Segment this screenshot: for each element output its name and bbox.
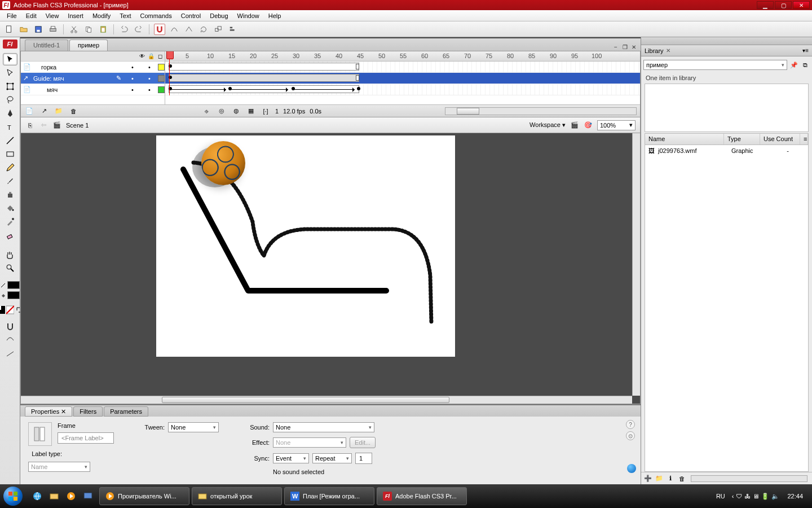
frame-label-input[interactable]: <Frame Label> (58, 432, 114, 444)
undo-icon[interactable] (118, 24, 130, 35)
help-icon[interactable]: ? (626, 420, 635, 429)
stage-vscroll[interactable] (632, 133, 640, 396)
library-panel-header[interactable]: Library✕ ▾≡ (641, 45, 812, 56)
track-ball[interactable] (165, 84, 640, 95)
accessibility-orb-icon[interactable] (627, 464, 636, 473)
pen-tool[interactable] (3, 107, 17, 120)
cut-icon[interactable] (68, 24, 80, 35)
fill-color-control[interactable] (1, 291, 20, 299)
stroke-color-control[interactable] (1, 281, 20, 289)
info-icon[interactable]: ⊙ (626, 431, 635, 440)
menu-insert[interactable]: Insert (63, 11, 88, 20)
ink-bottle-tool[interactable] (3, 189, 17, 201)
menu-control[interactable]: Control (176, 11, 205, 20)
free-transform-tool[interactable] (3, 80, 17, 93)
taskbar-item-wmp[interactable]: Проигрыватель Wi... (99, 487, 189, 505)
tween-select[interactable]: None (168, 422, 219, 432)
layer-row-gorka[interactable]: 📄 горка •• (21, 62, 165, 73)
new-symbol-icon[interactable]: ➕ (643, 474, 652, 483)
doc-close-icon[interactable]: ✕ (629, 43, 638, 51)
selection-tool[interactable] (3, 53, 17, 65)
label-type-select[interactable]: Name (28, 462, 90, 472)
menu-file[interactable]: File (2, 11, 21, 20)
new-folder-lib-icon[interactable]: 📁 (655, 474, 664, 483)
save-icon[interactable] (33, 24, 44, 35)
window-maximize-button[interactable]: ▢ (775, 1, 792, 9)
menu-text[interactable]: Text (115, 11, 135, 20)
lasso-tool[interactable] (3, 94, 17, 106)
taskbar-item-flash[interactable]: Fl Adobe Flash CS3 Pr... (377, 487, 467, 505)
tab-properties[interactable]: Properties ✕ (25, 406, 72, 417)
doc-tab-untitled[interactable]: Untitled-1 (25, 40, 68, 51)
pencil-tool[interactable] (3, 161, 17, 174)
snap-option-icon[interactable] (3, 321, 17, 333)
system-clock[interactable]: 22:44 (784, 493, 806, 500)
delete-lib-icon[interactable]: 🗑 (677, 474, 686, 483)
visibility-column-icon[interactable]: 👁 (138, 53, 147, 59)
tray-shield-icon[interactable]: 🛡 (736, 493, 742, 500)
library-item-row[interactable]: 🖼 j0299763.wmf Graphic - (645, 145, 808, 156)
language-indicator[interactable]: RU (714, 492, 727, 501)
onion-outline-icon[interactable]: ◍ (231, 107, 241, 116)
zoom-level-select[interactable]: 100%▾ (597, 120, 636, 130)
menu-window[interactable]: Window (233, 11, 264, 20)
layer-row-ball[interactable]: 📄 мяч •• (21, 84, 165, 95)
delete-layer-icon[interactable]: 🗑 (68, 107, 78, 116)
tray-network-icon[interactable]: 🖧 (744, 493, 751, 500)
new-library-panel-icon[interactable]: ⧉ (801, 60, 810, 69)
lib-hscroll[interactable] (691, 475, 807, 482)
layer-row-guide[interactable]: ↗ Guide: мяч ✎ •• (21, 73, 165, 84)
line-tool[interactable] (3, 134, 17, 147)
rotate-icon[interactable] (198, 24, 209, 35)
smooth-icon[interactable] (169, 24, 180, 35)
pin-library-icon[interactable]: 📌 (789, 60, 798, 69)
edit-multiple-icon[interactable]: ▦ (246, 107, 256, 116)
menu-debug[interactable]: Debug (205, 11, 232, 20)
snap-magnet-icon[interactable] (154, 24, 165, 35)
col-usecount[interactable]: Use Count (760, 134, 800, 144)
eraser-tool[interactable] (3, 229, 17, 242)
quicklaunch-wmp-icon[interactable] (63, 488, 79, 505)
timeline-ruler[interactable]: 1 5 10 15 20 25 30 35 40 45 50 55 60 65 (165, 51, 640, 62)
hand-tool[interactable] (3, 248, 17, 261)
track-guide[interactable] (165, 73, 640, 84)
modify-onion-icon[interactable]: [·] (261, 107, 271, 116)
eyedropper-tool[interactable] (3, 216, 17, 228)
col-name[interactable]: Name (645, 134, 724, 144)
print-icon[interactable] (47, 24, 59, 35)
zoom-tool[interactable] (3, 262, 17, 274)
start-button[interactable] (0, 484, 26, 508)
library-doc-select[interactable]: пример (643, 60, 787, 70)
paste-icon[interactable] (98, 24, 109, 35)
quicklaunch-desktop-icon[interactable] (80, 488, 96, 505)
scale-icon[interactable] (213, 24, 224, 35)
black-white-icon[interactable] (0, 306, 5, 314)
new-layer-icon[interactable]: 📄 (24, 107, 34, 116)
menu-view[interactable]: View (41, 11, 64, 20)
menu-commands[interactable]: Commands (135, 11, 176, 20)
repeat-select[interactable]: Repeat (312, 453, 352, 463)
new-folder-icon[interactable]: 📁 (54, 107, 64, 116)
tray-monitor-icon[interactable]: 🖥 (753, 493, 759, 500)
menu-edit[interactable]: Edit (21, 11, 41, 20)
doc-restore-icon[interactable]: ❐ (620, 43, 629, 51)
redo-icon[interactable] (133, 24, 144, 35)
tray-battery-icon[interactable]: 🔋 (761, 493, 769, 500)
stage-canvas[interactable] (156, 135, 455, 357)
smooth-option-icon[interactable] (3, 334, 17, 347)
straighten-option-icon[interactable] (3, 348, 17, 360)
ball-symbol[interactable] (201, 141, 245, 185)
menu-help[interactable]: Help (264, 11, 286, 20)
lock-column-icon[interactable]: 🔒 (147, 53, 156, 59)
window-close-button[interactable]: ✕ (793, 1, 810, 9)
slide-shape[interactable] (178, 164, 392, 299)
scene-clapper-icon[interactable]: 🎬 (52, 121, 61, 130)
rectangle-tool[interactable] (3, 148, 17, 160)
onion-skin-icon[interactable]: ◎ (217, 107, 227, 116)
new-guide-icon[interactable]: ↗ (39, 107, 49, 116)
tray-up-icon[interactable]: ‹ (732, 493, 734, 500)
edit-symbol-dropdown-icon[interactable]: 🎯 (584, 121, 593, 130)
track-gorka[interactable] (165, 62, 640, 73)
stage-hscroll[interactable] (21, 396, 632, 404)
copy-icon[interactable] (83, 24, 94, 35)
